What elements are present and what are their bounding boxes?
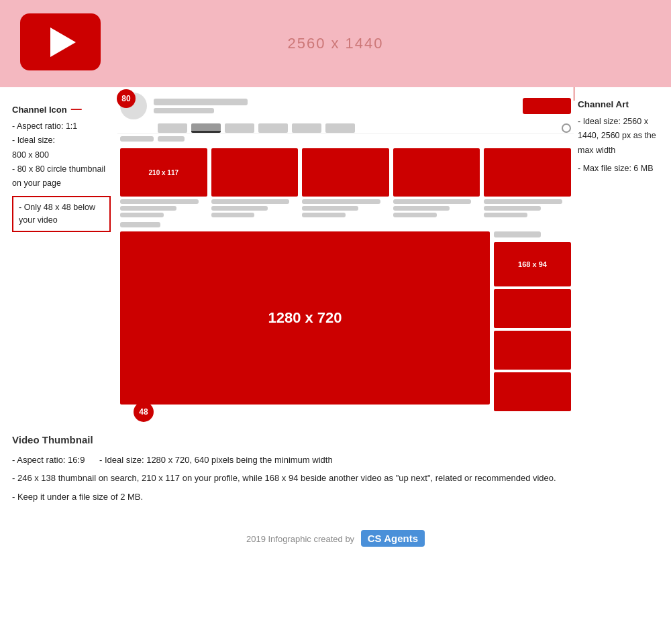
thumb-spec-2: - 246 x 138 thumbnail on search, 210 x 1… <box>12 470 659 486</box>
channel-sub-bar <box>154 108 214 113</box>
nav-tab-playlists[interactable] <box>225 123 254 133</box>
thumb-spec-1: - Aspect ratio: 16:9 - Ideal size: 1280 … <box>12 452 659 468</box>
sidebar-label-bar <box>494 231 541 237</box>
content-area: Channel Icon — - Aspect ratio: 1:1 - Ide… <box>0 87 671 414</box>
channel-name-bar <box>154 99 248 105</box>
meta-sub2-4 <box>393 213 437 217</box>
spec-circle: - 80 x 80 circle thumbnail on your page <box>12 162 111 191</box>
yt-page-area: 80 <box>117 87 574 414</box>
video-card-1: 210 x 117 <box>120 148 207 217</box>
video-thumbnail-title: Video Thumbnail <box>12 434 659 445</box>
meta-4 <box>393 199 480 217</box>
nav-tab-home[interactable] <box>158 123 187 133</box>
video-thumbnail-specs: - Aspect ratio: 16:9 - Ideal size: 1280 … <box>12 452 659 504</box>
channel-art-label: Channel Art <box>578 99 663 109</box>
meta-sub-5 <box>484 206 540 211</box>
side-video-3[interactable] <box>494 331 571 370</box>
main-video-thumb[interactable]: 1280 x 720 <box>120 231 490 405</box>
side-video-2[interactable] <box>494 289 571 328</box>
channel-art-maxfile: - Max file size: 6 MB <box>578 162 663 176</box>
thumb-2 <box>211 148 299 197</box>
nav-tab-discussion[interactable] <box>325 123 355 133</box>
meta-sub-3 <box>302 206 358 211</box>
footer-text: 2019 Infographic created by <box>246 534 354 544</box>
right-sidebar: Channel Art - Ideal size: 2560 x 1440, 2… <box>574 87 671 414</box>
page-wrapper: 2560 x 1440 Channel Icon — - Aspect rati… <box>0 0 671 644</box>
meta-2 <box>211 199 299 217</box>
video-card-5 <box>484 148 571 217</box>
meta-title-1 <box>120 199 199 204</box>
badge-48: 48 <box>134 402 154 422</box>
side-video-1[interactable]: 168 x 94 <box>494 242 571 286</box>
thumb-1-label: 210 x 117 <box>149 169 179 176</box>
yt-channel-info <box>154 99 516 113</box>
yt-nav <box>117 119 574 133</box>
subscribe-button[interactable] <box>523 98 571 114</box>
channel-art-ideal: - Ideal size: 2560 x 1440, 2560 px as th… <box>578 115 663 158</box>
avatar-container: 80 <box>120 93 147 119</box>
badge-80: 80 <box>117 89 136 108</box>
thumb-5 <box>484 148 571 197</box>
sidebar-videos: 168 x 94 <box>494 231 571 411</box>
only-48-box: - Only 48 x 48 below your video <box>12 196 111 232</box>
featured-area: 1280 x 720 48 168 x 94 <box>117 229 574 414</box>
meta-title-2 <box>211 199 290 204</box>
yt-topbar: 80 <box>117 87 574 119</box>
youtube-logo <box>20 13 101 70</box>
meta-sub-2 <box>211 206 268 211</box>
subtitle-bar-2 <box>158 136 185 142</box>
bottom-section: Video Thumbnail - Aspect ratio: 16:9 - I… <box>0 414 671 511</box>
thumb-spec-3: - Keep it under a file size of 2 MB. <box>12 489 659 504</box>
yt-video-grid: 210 x 117 <box>117 143 574 220</box>
meta-sub-1 <box>120 206 176 211</box>
footer: 2019 Infographic created by CS Agents <box>0 518 671 555</box>
meta-title-4 <box>393 199 472 204</box>
only-48-text: - Only 48 x 48 below your video <box>19 203 95 225</box>
subtitle-bar-1 <box>120 136 154 142</box>
channel-art-specs: - Ideal size: 2560 x 1440, 2560 px as th… <box>578 115 663 176</box>
cs-agents-logo: CS Agents <box>361 530 425 547</box>
thumb-1: 210 x 117 <box>120 148 207 197</box>
header-dimensions: 2560 x 1440 <box>287 35 383 52</box>
meta-title-5 <box>484 199 562 204</box>
sort-bar <box>120 222 160 227</box>
nav-tab-channels[interactable] <box>258 123 288 133</box>
meta-sub2-3 <box>302 213 346 217</box>
video-card-3 <box>302 148 389 217</box>
side-video-1-label: 168 x 94 <box>518 260 547 268</box>
header-section: 2560 x 1440 <box>0 0 671 87</box>
meta-sub-4 <box>393 206 450 211</box>
main-thumb-label: 1280 x 720 <box>268 309 342 327</box>
main-video-container: 1280 x 720 48 <box>120 231 490 411</box>
search-icon[interactable] <box>562 123 571 133</box>
meta-sub2-2 <box>211 213 255 217</box>
meta-sub2-5 <box>484 213 527 217</box>
side-video-4[interactable] <box>494 372 571 411</box>
channel-icon-label: Channel Icon <box>12 105 67 115</box>
yt-subtitle-bar <box>117 133 574 143</box>
spec-aspect: - Aspect ratio: 1:1 <box>12 119 111 133</box>
arrow-icon: — <box>71 103 82 115</box>
nav-tab-about[interactable] <box>292 123 321 133</box>
meta-sub2-1 <box>120 213 164 217</box>
meta-title-3 <box>302 199 380 204</box>
meta-1 <box>120 199 207 217</box>
video-card-4 <box>393 148 480 217</box>
play-icon <box>50 28 76 57</box>
thumb-3 <box>302 148 389 197</box>
channel-art-indicator-line <box>574 87 574 101</box>
spec-ideal: - Ideal size: 800 x 800 <box>12 133 111 162</box>
sort-label-bar <box>117 220 574 229</box>
video-card-2 <box>211 148 299 217</box>
meta-3 <box>302 199 389 217</box>
nav-tab-videos[interactable] <box>191 123 221 133</box>
channel-icon-specs: - Aspect ratio: 1:1 - Ideal size: 800 x … <box>12 119 111 191</box>
meta-5 <box>484 199 571 217</box>
left-sidebar: Channel Icon — - Aspect ratio: 1:1 - Ide… <box>0 87 117 414</box>
thumb-4 <box>393 148 480 197</box>
